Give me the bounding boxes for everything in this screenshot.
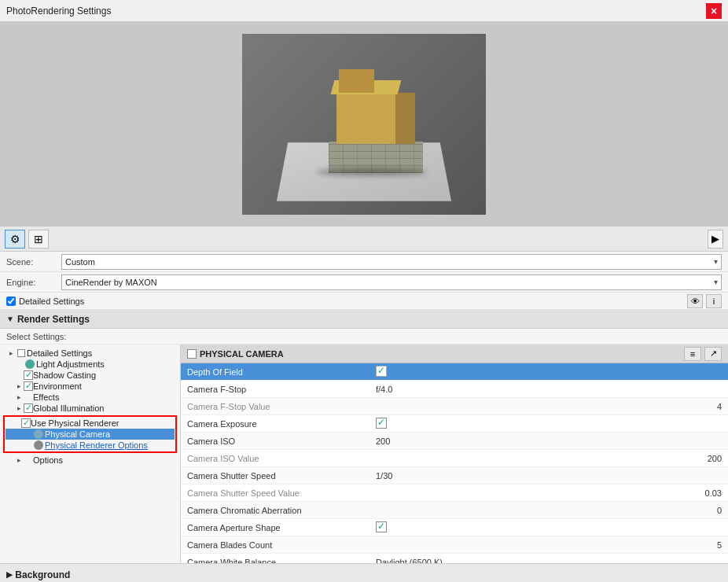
expander-physicalcamera [23, 429, 32, 439]
options-label: Options [33, 455, 63, 465]
render-preview [242, 34, 486, 215]
tree-item-physicalrenderer[interactable]: Physical Renderer Options [6, 440, 175, 451]
shadow-checkbox[interactable] [24, 370, 33, 380]
detailed-label: Detailed Settings [27, 348, 92, 358]
chromatic-label: Camera Chromatic Aberration [187, 506, 376, 515]
scene-value: Custom [65, 257, 95, 267]
expander-physicalrenderer [23, 440, 32, 450]
engine-dropdown[interactable]: CineRender by MAXON ▾ [61, 274, 722, 290]
tree-item-environment[interactable]: ▸ Environment [0, 381, 180, 392]
tree-item-globalillum[interactable]: ▸ Global Illumination [0, 403, 180, 414]
scene-row: Scene: Custom ▾ [0, 252, 728, 272]
info-icon-button[interactable]: i [706, 294, 722, 308]
dof-label: Depth Of Field [187, 367, 376, 377]
scene-dropdown-arrow: ▾ [714, 257, 718, 266]
prop-row-shutterval: Camera Shutter Speed Value 0.03 [181, 484, 728, 502]
properties-list: Depth Of Field ✓ Camera F-Stop f/4.0 Cam… [181, 363, 728, 563]
environment-checkbox[interactable] [24, 381, 33, 391]
fstopval-label: Camera F-Stop Value [187, 402, 376, 411]
prop-row-whitebalance: Camera White Balance Daylight (6500 K) [181, 554, 728, 563]
detailed-settings-row: Detailed Settings 👁 i [0, 293, 728, 310]
detailed-check: Detailed Settings [6, 297, 84, 306]
tree-item-shadow[interactable]: Shadow Casting [0, 370, 180, 381]
panel-arrow-icon-button[interactable]: ↗ [704, 347, 722, 361]
select-settings-row: Select Settings: [0, 329, 728, 344]
expander-light [14, 359, 24, 369]
effects-label: Effects [33, 392, 59, 402]
box-body [336, 93, 395, 144]
physicalrenderer-label: Physical Renderer Options [45, 440, 148, 450]
prop-row-chromatic: Camera Chromatic Aberration 0 [181, 502, 728, 519]
tree-item-detailed[interactable]: ▸ Detailed Settings [0, 348, 180, 359]
shadow [317, 168, 427, 176]
prop-row-isoval: Camera ISO Value 200 [181, 450, 728, 467]
list-icon: ≡ [690, 349, 695, 359]
panel-header-checkbox[interactable] [187, 349, 197, 359]
layout-toolbar-button[interactable]: ⊞ [28, 230, 49, 249]
expander-options: ▸ [14, 455, 24, 465]
background-label: Background [15, 569, 70, 580]
close-button[interactable]: × [706, 3, 722, 19]
shutter-value: 1/30 [376, 471, 722, 481]
box-scene [285, 61, 443, 187]
toolbar-row: ⚙ ⊞ ▶ [0, 227, 728, 252]
detailed-settings-checkbox[interactable] [6, 297, 16, 306]
scene-dropdown[interactable]: Custom ▾ [61, 254, 722, 270]
tree-item-usephysical[interactable]: Use Physical Renderer [6, 418, 175, 429]
arrow-right-icon: ▶ [711, 233, 719, 245]
info-icons: 👁 i [687, 294, 722, 308]
tree-item-effects[interactable]: ▸ Effects [0, 392, 180, 403]
expander-environment: ▸ [14, 381, 24, 391]
tree-item-physicalcamera[interactable]: Physical Camera [6, 429, 175, 440]
info-icon: i [713, 297, 715, 306]
blades-label: Camera Blades Count [187, 540, 376, 550]
globalillum-checkbox[interactable] [24, 403, 33, 413]
prop-row-iso: Camera ISO 200 [181, 433, 728, 450]
tree-item-light[interactable]: Light Adjustments [0, 359, 180, 370]
isoval-label: Camera ISO Value [187, 454, 376, 463]
expander-detailed: ▸ [6, 348, 16, 358]
usephysical-checkbox[interactable] [21, 418, 31, 428]
physicalcamera-icon [34, 429, 43, 439]
engine-label: Engine: [6, 278, 61, 287]
shutterval-label: Camera Shutter Speed Value [187, 488, 376, 498]
exposure-checkbox[interactable]: ✓ [376, 418, 387, 429]
exposure-value: ✓ [376, 418, 722, 430]
iso-value: 200 [376, 436, 722, 446]
dof-value: ✓ [376, 366, 722, 378]
prop-row-shutter: Camera Shutter Speed 1/30 [181, 467, 728, 484]
physicalrenderer-icon [34, 440, 43, 450]
aperture-checkbox[interactable]: ✓ [376, 521, 387, 532]
toolbar-forward-button[interactable]: ▶ [708, 230, 723, 249]
prop-row-fstop: Camera F-Stop f/4.0 [181, 381, 728, 398]
chromatic-value: 0 [376, 506, 722, 515]
engine-value: CineRender by MAXON [65, 278, 157, 287]
detailed-tree-icon [17, 349, 25, 357]
whitebalance-value: Daylight (6500 K) [376, 558, 722, 564]
title-bar: PhotoRendering Settings × [0, 0, 728, 22]
left-panel: ▸ Detailed Settings Light Adjustments Sh… [0, 344, 181, 563]
eye-icon-button[interactable]: 👁 [687, 294, 703, 308]
toolbar-left: ⚙ ⊞ [5, 230, 49, 249]
prop-row-exposure: Camera Exposure ✓ [181, 415, 728, 433]
prop-row-blades: Camera Blades Count 5 [181, 536, 728, 554]
tree-item-options[interactable]: ▸ Options [0, 455, 180, 466]
preview-area [0, 22, 728, 227]
engine-row: Engine: CineRender by MAXON ▾ [0, 272, 728, 293]
scene-label: Scene: [6, 257, 61, 267]
exposure-label: Camera Exposure [187, 419, 376, 429]
expander-usephysical [12, 418, 21, 428]
light-label: Light Adjustments [36, 359, 105, 369]
panel-arrow-icon: ↗ [710, 348, 717, 359]
engine-dropdown-arrow: ▾ [714, 278, 718, 286]
eye-icon: 👁 [691, 297, 700, 306]
physical-camera-title: PHYSICAL CAMERA [200, 349, 284, 359]
aperture-label: Camera Aperture Shape [187, 523, 376, 532]
gear-icon: ⚙ [10, 233, 20, 245]
red-box-section: Use Physical Renderer Physical Camera Ph… [3, 415, 177, 453]
settings-toolbar-button[interactable]: ⚙ [5, 230, 25, 249]
whitebalance-label: Camera White Balance [187, 558, 376, 564]
panel-list-icon-button[interactable]: ≡ [684, 347, 701, 361]
dof-checkbox[interactable]: ✓ [376, 366, 387, 377]
panel-header-icons: ≡ ↗ [684, 347, 722, 361]
